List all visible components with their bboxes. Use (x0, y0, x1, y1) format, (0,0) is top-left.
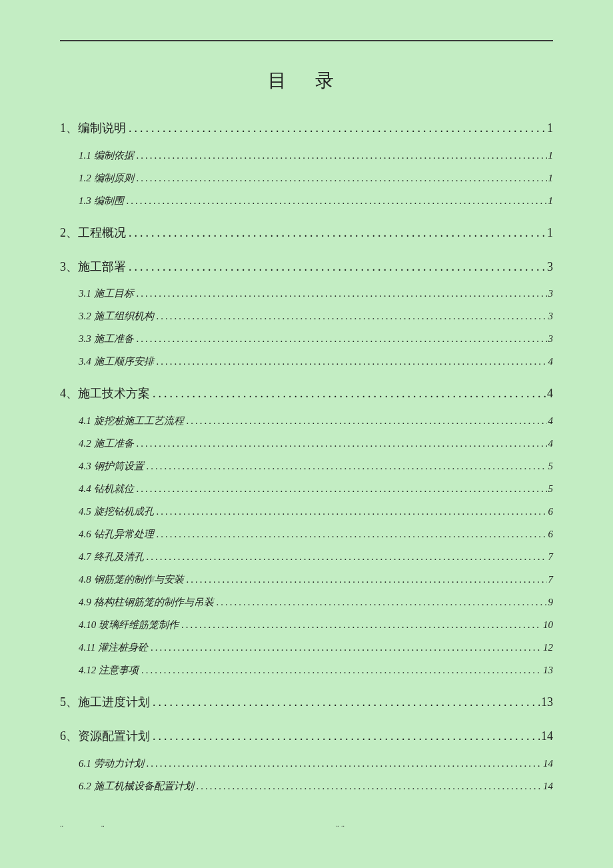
toc-entry: 6.2 施工机械设备配置计划14 (60, 778, 553, 794)
toc-label: 4.7 终孔及清孔 (79, 549, 144, 565)
toc-leader (150, 384, 546, 403)
toc-label: 4.11 灌注桩身砼 (79, 639, 148, 655)
toc-leader (148, 639, 542, 655)
toc-page: 13 (540, 693, 553, 712)
toc-page: 12 (542, 639, 553, 655)
toc-label: 4.6 钻孔异常处理 (79, 526, 154, 542)
toc-leader (184, 571, 547, 587)
toc-label: 2、工程概况 (60, 223, 126, 243)
toc-label: 4.8 钢筋笼的制作与安装 (79, 571, 184, 587)
toc-entry: 4、施工技术方案4 (60, 384, 553, 403)
toc-page: 3 (547, 308, 554, 324)
toc-leader (134, 147, 547, 163)
toc-entry: 4.5 旋挖钻机成孔6 (60, 503, 553, 519)
toc-label: 5、施工进度计划 (60, 693, 150, 712)
toc-page: 13 (542, 662, 553, 678)
toc-page: 14 (542, 755, 553, 771)
toc-entry: 4.11 灌注桩身砼12 (60, 639, 553, 655)
toc-entry: 3.4 施工顺序安排4 (60, 353, 553, 369)
toc-leader (139, 662, 542, 678)
toc-page: 9 (547, 594, 554, 610)
toc-entry: 6、资源配置计划14 (60, 727, 553, 746)
toc-page: 6 (547, 503, 554, 519)
page: 目 录 1、编制说明11.1 编制依据11.2 编制原则11.3 编制围12、工… (0, 0, 613, 827)
toc-entry: 4.2 施工准备4 (60, 435, 553, 451)
toc-page: 3 (547, 331, 554, 347)
toc-label: 1.2 编制原则 (79, 170, 134, 186)
toc-leader (124, 193, 547, 209)
toc-entry: 4.10 玻璃纤维筋笼制作10 (60, 617, 553, 633)
toc-label: 1、编制说明 (60, 119, 126, 138)
toc-title: 目 录 (60, 68, 553, 93)
toc-leader (150, 693, 540, 712)
toc-entry: 4.6 钻孔异常处理6 (60, 526, 553, 542)
toc-page: 1 (547, 147, 554, 163)
toc-entry: 4.9 格构柱钢筋笼的制作与吊装9 (60, 594, 553, 610)
toc-label: 4.10 玻璃纤维筋笼制作 (79, 617, 179, 633)
toc-label: 3.1 施工目标 (79, 285, 134, 301)
footer-marks: .. .. .. .. (60, 821, 553, 828)
toc-leader (144, 458, 547, 474)
toc-leader (126, 223, 546, 243)
toc-page: 5 (547, 481, 554, 497)
toc-label: 6、资源配置计划 (60, 727, 150, 746)
toc-leader (194, 778, 542, 794)
toc-entry: 1.1 编制依据1 (60, 147, 553, 163)
toc-page: 14 (542, 778, 553, 794)
toc-leader (150, 727, 540, 746)
toc-label: 6.2 施工机械设备配置计划 (79, 778, 194, 794)
toc-leader (144, 755, 542, 771)
toc-page: 1 (547, 193, 554, 209)
toc-leader (154, 308, 547, 324)
toc-label: 4、施工技术方案 (60, 384, 150, 403)
toc-leader (154, 503, 547, 519)
toc-leader (154, 353, 547, 369)
toc-page: 7 (547, 571, 554, 587)
toc-label: 1.1 编制依据 (79, 147, 134, 163)
toc-entry: 4.3 钢护筒设置5 (60, 458, 553, 474)
toc-label: 6.1 劳动力计划 (79, 755, 144, 771)
toc-label: 4.9 格构柱钢筋笼的制作与吊装 (79, 594, 214, 610)
toc-page: 1 (546, 119, 553, 138)
toc-page: 4 (546, 384, 553, 403)
toc-label: 3.4 施工顺序安排 (79, 353, 154, 369)
toc-leader (134, 285, 547, 301)
toc-leader (144, 549, 547, 565)
toc-entry: 3、施工部署3 (60, 257, 553, 277)
toc-entry: 3.1 施工目标3 (60, 285, 553, 301)
toc-label: 3、施工部署 (60, 257, 126, 277)
toc-entry: 4.12 注意事项13 (60, 662, 553, 678)
toc-entry: 4.1 旋挖桩施工工艺流程4 (60, 413, 553, 429)
toc-page: 3 (547, 285, 554, 301)
toc-page: 14 (540, 727, 553, 746)
toc-entry: 3.3 施工准备3 (60, 331, 553, 347)
toc-entry: 6.1 劳动力计划14 (60, 755, 553, 771)
toc-entry: 4.7 终孔及清孔7 (60, 549, 553, 565)
toc-entry: 2、工程概况1 (60, 223, 553, 243)
toc-page: 1 (547, 170, 554, 186)
toc-page: 3 (546, 257, 553, 277)
toc-page: 7 (547, 549, 554, 565)
toc-label: 4.5 旋挖钻机成孔 (79, 503, 154, 519)
toc-leader (184, 413, 547, 429)
toc-leader (126, 119, 546, 138)
toc-leader (126, 257, 546, 277)
toc-page: 4 (547, 413, 554, 429)
toc-page: 4 (547, 353, 554, 369)
toc-leader (179, 617, 542, 633)
toc-label: 4.4 钻机就位 (79, 481, 134, 497)
toc-entry: 1、编制说明1 (60, 119, 553, 138)
toc-label: 3.3 施工准备 (79, 331, 134, 347)
toc-entry: 3.2 施工组织机构3 (60, 308, 553, 324)
toc-entry: 5、施工进度计划13 (60, 693, 553, 712)
toc-page: 5 (547, 458, 554, 474)
toc-page: 6 (547, 526, 554, 542)
toc-leader (154, 526, 547, 542)
table-of-contents: 1、编制说明11.1 编制依据11.2 编制原则11.3 编制围12、工程概况1… (60, 119, 553, 794)
toc-label: 4.1 旋挖桩施工工艺流程 (79, 413, 184, 429)
toc-leader (134, 331, 547, 347)
toc-page: 4 (547, 435, 554, 451)
toc-leader (134, 481, 547, 497)
toc-entry: 4.4 钻机就位5 (60, 481, 553, 497)
toc-leader (134, 435, 547, 451)
